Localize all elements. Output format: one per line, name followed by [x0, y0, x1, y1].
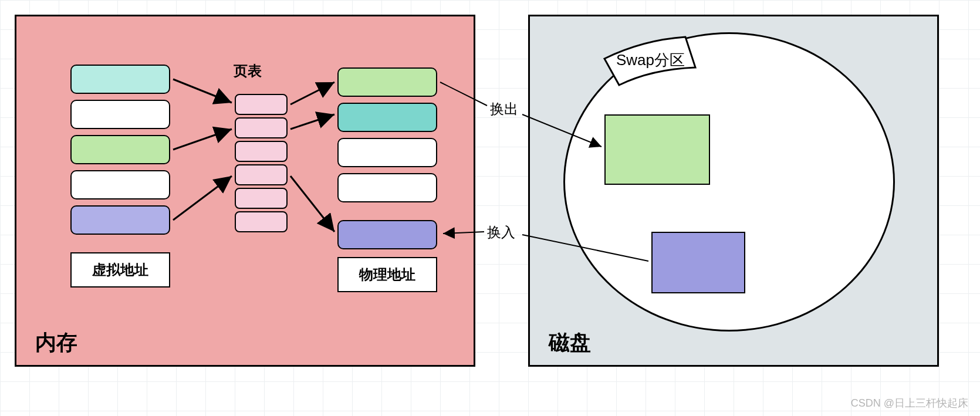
vaddr-cell: [70, 65, 170, 94]
vaddr-cell: [70, 170, 170, 199]
vaddr-cell: [70, 205, 170, 235]
memory-title: 内存: [35, 329, 77, 357]
paddr-cell: [337, 220, 437, 249]
page-table-cell: [235, 117, 288, 138]
watermark: CSDN @日上三杆快起床: [851, 396, 968, 410]
virtual-address-label: 虚拟地址: [70, 252, 170, 288]
physical-address-label: 物理地址: [337, 257, 437, 292]
page-table-cell: [235, 164, 288, 185]
page-table-cell: [235, 211, 288, 232]
page-table-label: 页表: [234, 62, 262, 80]
paddr-cell: [337, 138, 437, 167]
page-table-cell: [235, 141, 288, 162]
page-table-cell: [235, 188, 288, 209]
vaddr-cell: [70, 100, 170, 129]
vaddr-cell: [70, 135, 170, 164]
paddr-cell: [337, 173, 437, 202]
swap-in-label: 换入: [487, 223, 515, 242]
page-table-cell: [235, 94, 288, 115]
disk-title: 磁盘: [549, 329, 591, 357]
swap-out-label: 换出: [490, 100, 518, 119]
paddr-cell: [337, 67, 437, 97]
paddr-cell: [337, 103, 437, 132]
swap-label: Swap分区: [616, 50, 685, 70]
disk-block-purple: [651, 232, 745, 293]
disk-block-green: [604, 114, 710, 185]
